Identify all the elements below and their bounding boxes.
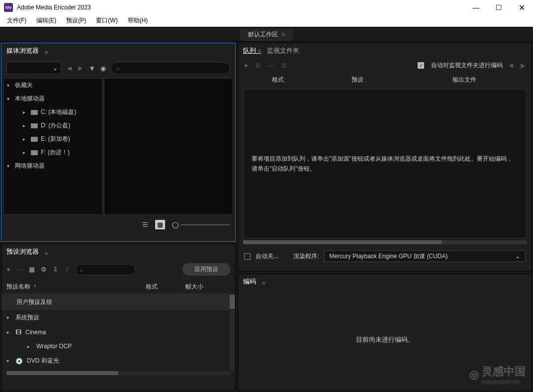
encoding-panel: 编码 ≡ 目前尚未进行编码。 ◎ 灵感中国 lingganchina.com [238,274,532,391]
media-preview [104,78,233,215]
panel-menu-icon[interactable]: ≡ [45,250,48,256]
watermark: ◎ 灵感中国 lingganchina.com [469,364,526,385]
preset-scrollbar[interactable] [230,295,235,371]
panel-menu-icon[interactable]: ≡ [45,49,48,55]
chevron-right-icon: ▸ [27,344,32,349]
col-format: 格式 [248,76,308,84]
add-preset-button[interactable]: + [6,266,10,273]
preset-system[interactable]: ▾系统预设 [1,310,235,325]
slider-track [180,224,230,225]
auto-encode-label: 自动对监视文件夹进行编码 [431,61,503,70]
chevron-down-icon: ⌄ [53,65,58,72]
panel-menu-icon[interactable]: ≡ [262,280,265,286]
col-format[interactable]: 格式 [146,283,185,291]
tree-drive-f[interactable]: ▸F: (勿进！) [4,146,102,159]
chevron-down-icon: ▾ [6,315,11,320]
media-search-input[interactable]: ⌕ [111,62,230,74]
search-icon: ⌕ [116,65,120,71]
col-framesize[interactable]: 帧大小 [185,283,230,291]
duplicate-button[interactable]: ⧉ [281,62,286,70]
filter-icon[interactable]: ▼ [89,65,95,72]
maximize-button[interactable]: ☐ [487,0,510,15]
thumbnail-view-button[interactable]: ▦ [155,220,165,229]
workspace-selector[interactable]: 默认工作区 ≡ [240,28,293,41]
forward-button[interactable]: ► [77,64,84,72]
sort-up-icon: ↑ [33,283,36,291]
zoom-slider[interactable]: ◯ [172,221,230,228]
tab-queue[interactable]: 队列 ≡ [243,46,261,58]
menu-preset[interactable]: 预设(P) [61,15,91,26]
preset-cinema[interactable]: ▾🎞Cinema [1,325,235,339]
chevron-down-icon: ▾ [7,96,12,101]
search-icon: ⌕ [80,267,84,273]
queue-drop-zone[interactable]: 要将项目添加到队列，请单击"添加源"按钮或者从媒体浏览器或桌面将文件拖到此处。要… [243,89,527,238]
titlebar: Me Adobe Media Encoder 2023 — ☐ ✕ [0,0,533,15]
disk-icon [31,137,38,142]
menu-window[interactable]: 窗口(W) [91,15,122,26]
chevron-right-icon: ▸ [23,136,28,142]
preset-user-group[interactable]: 用户预设及组 [1,294,235,310]
window-title: Adobe Media Encoder 2023 [17,4,464,11]
col-output: 输出文件 [407,76,522,84]
watermark-logo-icon: ◎ [469,368,479,381]
chevron-down-icon: ▾ [7,163,12,169]
back-button[interactable]: ◄ [66,64,73,72]
ingest-icon[interactable]: ◉ [100,65,106,72]
minimize-button[interactable]: — [464,0,487,15]
tab-preset-browser[interactable]: 预设浏览器 [6,247,39,259]
preset-settings-button[interactable]: ⚙ [41,266,47,273]
tab-media-browser[interactable]: 媒体浏览器 [6,46,39,58]
menu-edit[interactable]: 编辑(E) [31,15,61,26]
preset-wraptor[interactable]: ▸Wraptor DCP [1,339,235,353]
remove-preset-button[interactable]: — [16,266,23,273]
close-button[interactable]: ✕ [510,0,533,15]
disc-icon: 💿 [15,358,23,365]
preset-hscrollbar[interactable] [6,371,230,375]
hamburger-icon: ≡ [258,48,261,54]
media-tree: ▾收藏夹 ▾本地驱动器 ▸C: (本地磁盘) ▸D: (办公盘) ▸E: (新加… [3,78,103,215]
list-view-button[interactable]: ☰ [142,221,148,228]
tree-drive-e[interactable]: ▸E: (新加卷) [4,132,102,146]
new-group-button[interactable]: ▦ [29,266,35,273]
queue-settings-button[interactable]: ⚙ [255,62,261,69]
chevron-right-icon: ▸ [23,109,28,115]
chevron-down-icon: ▾ [6,330,11,335]
col-preset: 预设 [308,76,407,84]
start-queue-button[interactable]: ▶ [521,62,526,69]
menu-file[interactable]: 文件(F) [2,15,31,26]
queue-hscrollbar[interactable] [243,240,527,244]
disk-icon [31,110,38,115]
stop-button[interactable]: ■ [510,62,514,69]
preset-browser-panel: 预设浏览器 ≡ + — ▦ ⚙ ⇩ ⇧ ⌕ 应用预设 预设名称↑ 格式 帧大小 … [1,244,236,391]
workspace-bar: 默认工作区 ≡ [0,27,533,42]
renderer-dropdown[interactable]: Mercury Playback Engine GPU 加速 (CUDA) ⌄ [324,250,526,262]
chevron-right-icon: ▸ [23,150,28,155]
import-button[interactable]: ⇩ [53,266,58,273]
path-dropdown[interactable]: ⌄ [6,62,61,74]
tree-local-drives[interactable]: ▾本地驱动器 [4,92,102,105]
auto-encode-checkbox[interactable]: ✓ [418,62,424,69]
apply-preset-button[interactable]: 应用预设 [182,263,230,276]
disk-icon [31,123,38,128]
tab-watch-folders[interactable]: 监视文件夹 [267,46,299,58]
queue-empty-message: 要将项目添加到队列，请单击"添加源"按钮或者从媒体浏览器或桌面将文件拖到此处。要… [252,154,518,174]
menu-help[interactable]: 帮助(H) [123,15,153,26]
add-source-button[interactable]: + [244,62,248,69]
preset-search-input[interactable]: ⌕ [76,264,135,275]
export-button[interactable]: ⇧ [64,266,70,273]
tree-drive-d[interactable]: ▸D: (办公盘) [4,119,102,132]
remove-button[interactable]: — [268,62,274,69]
chevron-right-icon: ▸ [23,123,28,128]
zoom-knob-icon: ◯ [172,221,178,228]
auto-off-checkbox[interactable] [244,253,251,260]
col-preset-name[interactable]: 预设名称↑ [6,283,146,291]
tree-network-drives[interactable]: ▾网络驱动器 [4,159,102,173]
preset-dvd[interactable]: ▾💿DVD 和蓝光 [1,353,235,369]
menubar: 文件(F) 编辑(E) 预设(P) 窗口(W) 帮助(H) [0,15,533,27]
tree-favorites[interactable]: ▾收藏夹 [4,79,102,92]
tab-encoding[interactable]: 编码 [243,277,256,289]
tree-drive-c[interactable]: ▸C: (本地磁盘) [4,105,102,119]
queue-panel: 队列 ≡ 监视文件夹 + ⚙ — ⧉ ✓ 自动对监视文件夹进行编码 ■ ▶ 格式… [238,43,532,272]
workspace-label: 默认工作区 [248,30,278,39]
encoding-status: 目前尚未进行编码。 [356,335,414,344]
